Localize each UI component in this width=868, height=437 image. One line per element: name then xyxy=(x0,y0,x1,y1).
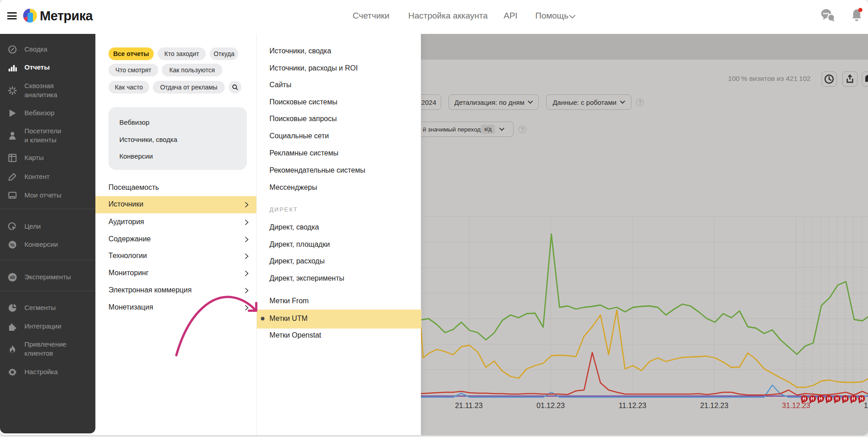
svg-text:Н: Н xyxy=(819,396,822,401)
svg-text:21.12.23: 21.12.23 xyxy=(700,402,728,409)
svg-text:21.11.23: 21.11.23 xyxy=(455,402,482,409)
svg-text:11.12.23: 11.12.23 xyxy=(618,402,646,409)
svg-text:Н: Н xyxy=(835,396,839,401)
svg-text:Н: Н xyxy=(852,396,855,401)
svg-text:Н: Н xyxy=(811,396,814,401)
svg-text:10.01.24: 10.01.24 xyxy=(864,402,868,409)
svg-text:Н: Н xyxy=(844,396,847,401)
svg-text:Н: Н xyxy=(802,396,806,401)
svg-text:01.12.23: 01.12.23 xyxy=(537,402,565,409)
svg-text:31.12.23: 31.12.23 xyxy=(782,402,810,409)
svg-text:ab: ab xyxy=(10,275,15,280)
svg-text:Н: Н xyxy=(860,396,863,401)
svg-text:Н: Н xyxy=(827,396,830,401)
svg-text:%: % xyxy=(10,242,15,248)
